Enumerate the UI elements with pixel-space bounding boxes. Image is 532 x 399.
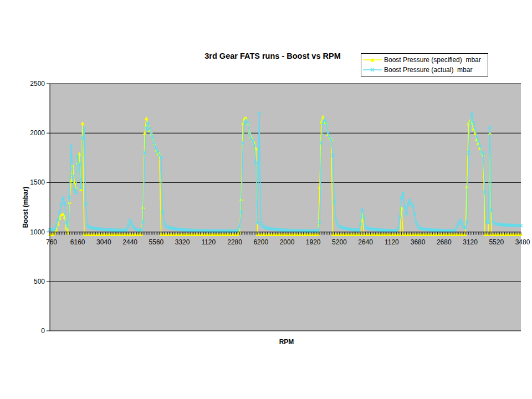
y-tick-label: 500: [34, 278, 45, 285]
legend-item-specified: Boost Pressure (specified) mbar: [363, 55, 486, 65]
legend-label-actual: Boost Pressure (actual) mbar: [384, 66, 472, 74]
y-tick-label: 2000: [30, 129, 45, 137]
x-tick-label: 5520: [489, 238, 504, 246]
y-tick-label: 0: [41, 327, 45, 335]
y-axis-title: Boost (mbar): [22, 187, 29, 228]
x-tick-label: 2440: [122, 238, 137, 246]
x-tick-label: 3480: [515, 238, 530, 246]
x-tick-label: 2280: [227, 238, 242, 246]
x-tick-label: 2640: [358, 238, 373, 246]
x-axis-title: RPM: [279, 338, 294, 346]
legend-label-specified: Boost Pressure (specified) mbar: [384, 56, 481, 64]
chart-title: 3rd Gear FATS runs - Boost vs RPM: [204, 52, 340, 60]
legend: Boost Pressure (specified) mbar Boost Pr…: [361, 53, 488, 76]
x-tick-label: 5200: [332, 238, 347, 246]
x-tick-label: 6160: [70, 238, 85, 246]
x-tick-label: 1920: [306, 238, 321, 246]
x-tick-label: 2680: [437, 238, 452, 246]
x-tick-label: 5560: [149, 238, 164, 246]
y-tick-label: 1500: [30, 178, 45, 186]
legend-item-actual: Boost Pressure (actual) mbar: [363, 65, 486, 75]
x-tick-label: 3320: [175, 238, 190, 246]
actual-x-marker-icon: [363, 66, 382, 73]
x-tick-label: 1120: [385, 238, 399, 246]
chart-frame: 0500100015002000250076061603040244055603…: [0, 0, 532, 399]
x-tick-label: 6200: [253, 238, 268, 246]
x-tick-label: 760: [46, 238, 57, 246]
x-tick-label: 3120: [463, 238, 478, 246]
y-tick-label: 1000: [30, 228, 45, 236]
x-tick-label: 3040: [96, 238, 111, 246]
x-tick-label: 1120: [201, 238, 216, 246]
x-tick-label: 2000: [280, 238, 295, 246]
y-tick-label: 2500: [30, 80, 45, 88]
specified-triangle-marker-icon: [363, 57, 382, 63]
x-tick-label: 3680: [411, 238, 426, 246]
plot-background: [50, 84, 521, 331]
